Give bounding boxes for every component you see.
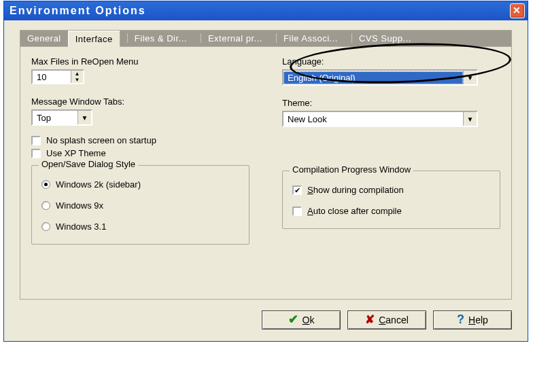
maxfiles-spinner[interactable]: ▲ ▼ xyxy=(31,69,84,84)
cancel-button[interactable]: ✘ Cancel xyxy=(347,310,426,329)
chevron-down-icon[interactable]: ▼ xyxy=(78,111,91,124)
radio-w9x[interactable] xyxy=(41,201,50,210)
tab-cvs[interactable]: CVS Supp... xyxy=(345,31,418,46)
ok-label: Ok xyxy=(303,315,315,325)
radio-w2k-label: Windows 2k (sidebar) xyxy=(56,179,141,190)
radio-w31-label: Windows 3.1 xyxy=(56,221,106,232)
maxfiles-label: Max Files in ReOpen Menu xyxy=(31,56,250,67)
tab-general[interactable]: General xyxy=(20,31,68,46)
help-button[interactable]: ? Help xyxy=(433,310,512,329)
language-combo[interactable]: English (Original) ▼ xyxy=(282,69,478,86)
autoclose-checkbox[interactable] xyxy=(292,207,302,216)
spinner-down-icon[interactable]: ▼ xyxy=(71,77,83,83)
ok-button[interactable]: ✔ Ok xyxy=(262,310,341,329)
xptheme-label: Use XP Theme xyxy=(46,148,106,158)
nosplash-label: No splash screen on startup xyxy=(46,135,156,145)
tab-external[interactable]: External pr... xyxy=(194,31,269,46)
cancel-label: Cancel xyxy=(379,315,409,325)
theme-combo[interactable]: New Look ▼ xyxy=(282,111,478,127)
compilation-group: Compilation Progress Window ✔ Show durin… xyxy=(282,171,500,229)
show-compile-label: Show during compilation xyxy=(307,185,404,195)
radio-w2k[interactable] xyxy=(41,180,50,189)
help-icon: ? xyxy=(457,313,464,327)
show-compile-checkbox[interactable]: ✔ xyxy=(292,185,302,195)
language-value: English (Original) xyxy=(283,71,463,84)
chevron-down-icon[interactable]: ▼ xyxy=(463,71,477,84)
msgtabs-label: Message Window Tabs: xyxy=(31,96,250,107)
radio-w31[interactable] xyxy=(41,222,50,231)
theme-value: New Look xyxy=(283,113,463,126)
titlebar: Environment Options ✕ xyxy=(4,1,528,20)
chevron-down-icon[interactable]: ▼ xyxy=(463,112,477,126)
tab-files-dir[interactable]: Files & Dir... xyxy=(120,31,194,46)
language-label: Language: xyxy=(282,56,500,67)
autoclose-label: Auto close after compile xyxy=(307,206,402,216)
theme-label: Theme: xyxy=(282,98,500,108)
tab-file-assoc[interactable]: File Associ... xyxy=(269,31,345,46)
close-icon[interactable]: ✕ xyxy=(510,3,525,18)
close-icon: ✘ xyxy=(365,313,375,327)
help-label: Help xyxy=(468,315,488,325)
tab-strip: General Interface Files & Dir... Externa… xyxy=(20,31,511,47)
compilation-title: Compilation Progress Window xyxy=(290,164,413,175)
dialog-style-title: Open/Save Dialog Style xyxy=(39,159,138,169)
window-title: Environment Options xyxy=(10,5,146,17)
check-icon: ✔ xyxy=(288,312,298,327)
xptheme-checkbox[interactable] xyxy=(31,149,41,158)
msgtabs-value: Top xyxy=(33,111,78,124)
dialog-style-group: Open/Save Dialog Style Windows 2k (sideb… xyxy=(31,165,250,245)
maxfiles-input[interactable] xyxy=(33,71,71,83)
nosplash-checkbox[interactable] xyxy=(31,136,41,145)
tab-interface[interactable]: Interface xyxy=(68,31,120,47)
msgtabs-combo[interactable]: Top ▼ xyxy=(31,109,92,126)
spinner-up-icon[interactable]: ▲ xyxy=(71,71,83,77)
radio-w9x-label: Windows 9x xyxy=(56,200,103,211)
